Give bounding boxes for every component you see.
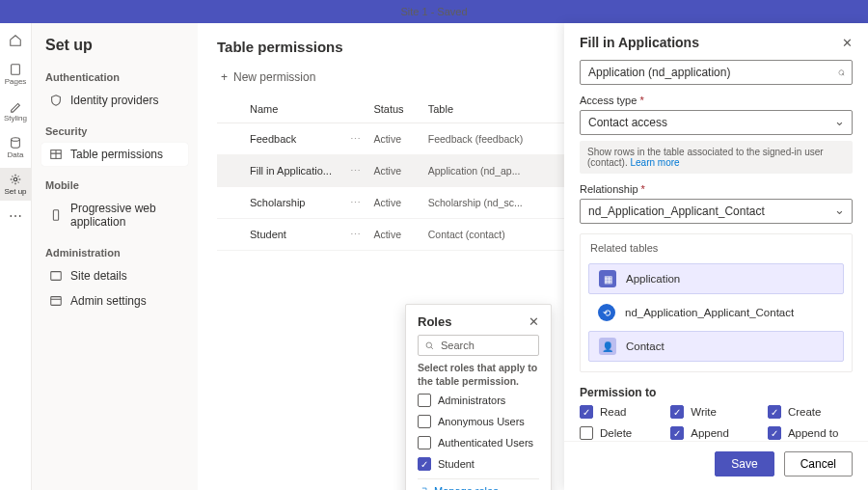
col-table[interactable]: Table — [422, 95, 561, 123]
panel-title: Fill in Applications — [580, 35, 699, 50]
rail-label: Set up — [4, 187, 26, 196]
rail-label: Data — [8, 150, 24, 159]
perm-create-checkbox[interactable]: Create — [768, 405, 838, 419]
new-permission-button[interactable]: + New permission — [217, 65, 319, 90]
sidebar-item-identity-providers[interactable]: Identity providers — [41, 89, 188, 112]
row-name: Fill in Applicatio... — [244, 155, 344, 187]
gear-icon — [9, 173, 22, 186]
settings-icon — [49, 294, 63, 308]
sidebar-item-label: Identity providers — [70, 94, 158, 107]
group-authentication: Authentication — [41, 68, 188, 89]
close-icon[interactable]: ✕ — [529, 314, 539, 329]
related-item-label: nd_Application_Applicant_Contact — [625, 307, 794, 318]
app-titlebar — [0, 0, 868, 23]
group-administration: Administration — [41, 243, 188, 264]
row-table: Contact (contact) — [422, 219, 561, 251]
related-title: Related tables — [581, 234, 852, 259]
role-option-checkbox[interactable]: Anonymous Users — [418, 415, 539, 428]
sidebar-item-site-details[interactable]: Site details — [41, 264, 188, 287]
sidebar-title: Set up — [41, 37, 188, 54]
svg-point-2 — [14, 177, 17, 181]
application-lookup[interactable]: Application (nd_application) — [580, 60, 853, 85]
table-icon: ▦ — [599, 270, 616, 287]
save-button[interactable]: Save — [715, 451, 773, 476]
rail-pages[interactable]: Pages — [0, 58, 32, 91]
svg-point-7 — [426, 342, 432, 348]
learn-more-link[interactable]: Learn more — [630, 157, 679, 168]
related-item-relationship: ⟲ nd_Application_Applicant_Contact — [588, 298, 844, 327]
row-name: Student — [244, 219, 344, 251]
plus-icon: + — [221, 70, 228, 84]
row-menu-icon[interactable]: ⋯ — [344, 187, 367, 219]
manage-roles-label: Manage roles — [434, 485, 499, 490]
relationship-select[interactable]: nd_Application_Applicant_Contact — [580, 199, 853, 224]
svg-rect-0 — [12, 65, 20, 75]
perm-write-checkbox[interactable]: Write — [670, 405, 729, 419]
relationship-label: Relationship — [580, 183, 638, 195]
sidebar-item-label: Progressive web application — [70, 202, 180, 229]
row-table: Application (nd_ap... — [422, 155, 561, 187]
row-status: Active — [367, 155, 421, 187]
perm-read-checkbox[interactable]: Read — [580, 405, 632, 419]
col-name[interactable]: Name — [244, 95, 344, 123]
home-icon — [9, 34, 22, 47]
col-status[interactable]: Status — [367, 95, 421, 123]
setup-sidebar: Set up Authentication Identity providers… — [32, 23, 198, 490]
search-icon — [424, 340, 435, 351]
svg-point-1 — [12, 138, 20, 142]
access-type-select[interactable]: Contact access — [580, 110, 853, 135]
page-icon — [9, 63, 22, 76]
group-security: Security — [41, 122, 188, 143]
related-tables-box: Related tables ▦ Application ⟲ nd_Applic… — [580, 233, 853, 372]
permission-to-label: Permission to — [580, 386, 853, 399]
close-icon[interactable]: ✕ — [842, 36, 853, 50]
rail-setup[interactable]: Set up — [0, 168, 32, 201]
rail-data[interactable]: Data — [0, 131, 32, 164]
rail-label: Pages — [5, 77, 27, 86]
app-rail: Pages Styling Data Set up ⋯ — [0, 23, 32, 490]
rail-home[interactable] — [0, 27, 32, 54]
row-menu-icon[interactable]: ⋯ — [344, 123, 367, 155]
sidebar-item-table-permissions[interactable]: Table permissions — [41, 143, 188, 166]
related-item-label: Contact — [626, 340, 665, 352]
related-item-application[interactable]: ▦ Application — [588, 263, 844, 294]
perm-append-to-checkbox[interactable]: Append to — [768, 426, 838, 440]
manage-roles-link[interactable]: Manage roles — [418, 478, 539, 490]
row-name: Scholarship — [244, 187, 344, 219]
group-mobile: Mobile — [41, 176, 188, 197]
shield-icon — [49, 94, 63, 107]
brush-icon — [9, 99, 22, 113]
rail-label: Styling — [4, 114, 27, 122]
data-icon — [9, 136, 22, 150]
perm-append-checkbox[interactable]: Append — [670, 426, 729, 440]
perm-delete-checkbox[interactable]: Delete — [580, 426, 632, 440]
row-table: Feedback (feedback) — [422, 123, 561, 155]
rail-styling[interactable]: Styling — [0, 95, 32, 127]
info-icon — [49, 269, 63, 283]
row-name: Feedback — [244, 123, 344, 155]
sidebar-item-label: Admin settings — [70, 294, 147, 308]
rail-more[interactable]: ⋯ — [9, 208, 23, 224]
access-type-hint: Show rows in the table associated to the… — [580, 141, 853, 174]
sidebar-item-label: Table permissions — [70, 148, 163, 161]
row-status: Active — [367, 187, 421, 219]
role-option-checkbox[interactable]: Administrators — [418, 394, 539, 407]
role-option-checkbox[interactable]: Authenticated Users — [418, 436, 539, 449]
roles-popup: Roles ✕ Search Select roles that apply t… — [405, 304, 552, 490]
permission-panel: Fill in Applications ✕ Application (nd_a… — [564, 23, 868, 490]
sidebar-item-pwa[interactable]: Progressive web application — [41, 197, 188, 233]
related-item-contact[interactable]: 👤 Contact — [588, 331, 844, 362]
search-placeholder: Search — [441, 340, 475, 351]
sidebar-item-admin-settings[interactable]: Admin settings — [41, 289, 188, 313]
row-menu-icon[interactable]: ⋯ — [344, 219, 367, 251]
roles-search-input[interactable]: Search — [418, 335, 539, 356]
cancel-button[interactable]: Cancel — [784, 451, 853, 476]
role-option-checkbox[interactable]: Student — [418, 457, 539, 471]
row-table: Scholarship (nd_sc... — [422, 187, 561, 219]
new-permission-label: New permission — [233, 70, 315, 84]
table-icon — [49, 148, 63, 161]
related-item-label: Application — [626, 273, 680, 285]
row-menu-icon[interactable]: ⋯ — [344, 155, 367, 187]
svg-rect-5 — [51, 272, 62, 281]
row-status: Active — [367, 219, 421, 251]
